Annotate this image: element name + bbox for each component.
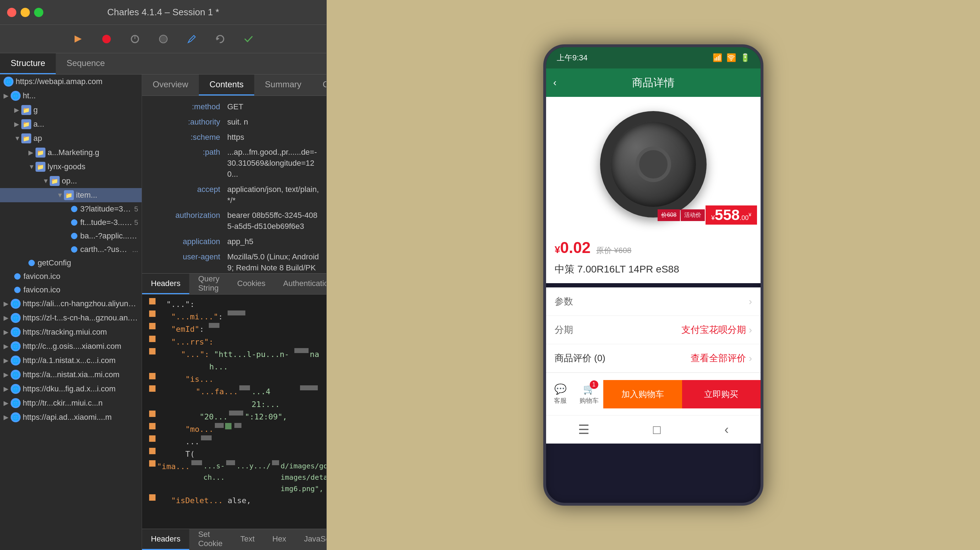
header-user-agent: user-agent Mozilla/5.0 (Linux; Android 9… [142, 249, 326, 273]
sidebar-item-cgosis[interactable]: ▶ 🌐 http://c...g.osis....xiaomi.com [0, 339, 142, 353]
pencil-tool-button[interactable] [183, 30, 200, 48]
refresh-button[interactable] [211, 30, 229, 48]
sidebar-item-cart[interactable]: carth...-?user...3985&applic...ion=... .… [0, 243, 142, 256]
sidebar-item-3lat[interactable]: 3?latitude=30.310...ngtitude=12 5 [0, 202, 142, 216]
json-value: ... [185, 435, 200, 448]
expand-arrow[interactable]: ▶ [3, 371, 11, 379]
sidebar-item-label: https://webapi.amap.com [16, 77, 138, 86]
tab-resp-headers[interactable]: Headers [142, 529, 189, 550]
sidebar-item-a1-nistat[interactable]: ▶ 🌐 http://a.1.nistat.x...c...i.com [0, 353, 142, 368]
sidebar-item-a[interactable]: ▶ 📁 a... [0, 117, 142, 131]
tab-query-string[interactable]: Query String [189, 274, 228, 294]
sidebar-item-label: ht... [23, 91, 138, 100]
tab-sequence[interactable]: Sequence [56, 53, 115, 74]
home-nav-icon[interactable]: □ [653, 422, 661, 437]
json-key: "isDelet... [171, 494, 223, 507]
expand-arrow[interactable]: ▶ [3, 399, 11, 407]
json-line: "emId" : [149, 323, 319, 335]
sidebar-item-tr-ckir[interactable]: ▶ 🌐 http://tr...ckir...miui.c...n [0, 396, 142, 410]
check-button[interactable] [240, 30, 258, 48]
cart-action[interactable]: 🛒 1 购物车 [575, 383, 604, 405]
tab-cookies[interactable]: Cookies [228, 274, 274, 294]
expand-arrow[interactable]: ▼ [14, 135, 21, 142]
minimize-button[interactable] [21, 8, 30, 17]
reviews-label: 商品评价 (0) [555, 352, 605, 365]
close-button[interactable] [7, 8, 16, 17]
back-button[interactable]: ‹ [553, 77, 557, 88]
expand-arrow[interactable]: ▶ [3, 328, 11, 336]
tab-authentication[interactable]: Authentication [274, 274, 326, 294]
svg-marker-0 [75, 35, 82, 43]
tab-text[interactable]: Text [232, 529, 264, 550]
tab-set-cookie[interactable]: Set Cookie [189, 529, 231, 550]
sidebar-item-lynxgoods[interactable]: ▼ 📁 lynx-goods [0, 160, 142, 174]
sidebar-item-a-nistat-xia[interactable]: ▶ 🌐 https://a...nistat.xia...mi.com [0, 368, 142, 382]
json-line: "...mi..." : [149, 311, 319, 323]
sidebar-item-api-xiaomi[interactable]: ▶ 🌐 https://api.ad...xiaomi....m [0, 410, 142, 425]
tab-structure[interactable]: Structure [0, 53, 56, 74]
globe-icon: 🌐 [11, 412, 21, 422]
expand-arrow[interactable]: ▶ [29, 149, 35, 157]
tab-contents[interactable]: Contents [199, 74, 254, 95]
arrow-tool-button[interactable] [69, 30, 87, 48]
installment-row[interactable]: 分期 支付宝花呗分期 › [546, 316, 760, 344]
tab-hex[interactable]: Hex [264, 529, 295, 550]
sidebar-item-g[interactable]: ▶ 📁 g [0, 103, 142, 117]
breakpoint-button[interactable] [154, 30, 172, 48]
record-button[interactable] [98, 30, 115, 48]
sidebar-item-webapi-amap[interactable]: 🌐 https://webapi.amap.com [0, 74, 142, 89]
expand-arrow[interactable]: ▶ [3, 385, 11, 393]
sidebar-item-tracking-miui[interactable]: ▶ 🌐 https://tracking.miui.com [0, 325, 142, 339]
sidebar-item-ap[interactable]: ▼ 📁 ap [0, 131, 142, 146]
sidebar-item-bar[interactable]: ba...-?applic...tion=app_h5 [0, 229, 142, 243]
expand-arrow[interactable]: ▶ [3, 357, 11, 365]
tab-chart[interactable]: Chart [312, 74, 326, 95]
tab-headers[interactable]: Headers [142, 274, 189, 294]
json-bracket: "...": [157, 298, 194, 311]
expand-arrow[interactable]: ▼ [29, 163, 35, 171]
add-to-cart-button[interactable]: 加入购物车 [603, 380, 682, 409]
service-action[interactable]: 💬 客服 [546, 383, 575, 405]
header-name-path: :path [149, 147, 227, 179]
expand-arrow[interactable]: ▶ [3, 92, 11, 100]
sidebar-item-label: https://a...nistat.xia...mi.com [23, 370, 138, 379]
sidebar-item-favicon2[interactable]: favicon.ico [0, 283, 142, 296]
params-row[interactable]: 参数 › [546, 287, 760, 316]
sidebar-item-op[interactable]: ▼ 📁 op... [0, 174, 142, 188]
expand-arrow[interactable]: ▼ [43, 178, 50, 185]
header-value-application: app_h5 [227, 236, 319, 247]
reviews-row[interactable]: 商品评价 (0) 查看全部评价 › [546, 344, 760, 372]
tab-summary[interactable]: Summary [254, 74, 312, 95]
sidebar-item-zl-tracking[interactable]: ▶ 🌐 https://zl-t...s-cn-ha...gznou.an...… [0, 311, 142, 325]
json-redacted [228, 311, 245, 315]
price-yen-symbol: ¥ [711, 214, 715, 222]
expand-arrow[interactable]: ▼ [57, 192, 64, 199]
sidebar-item-marketing[interactable]: ▶ 📁 a...Marketing.g [0, 146, 142, 160]
menu-nav-icon[interactable]: ☰ [578, 422, 589, 437]
expand-arrow[interactable]: ▶ [3, 414, 11, 421]
sidebar-item-ali-hangzhou[interactable]: ▶ 🌐 https://ali...cn-hangzhou.aliyuncs.c… [0, 296, 142, 311]
status-dot [29, 260, 35, 266]
expand-arrow[interactable]: ▶ [14, 106, 21, 114]
tab-overview[interactable]: Overview [142, 74, 199, 95]
expand-arrow[interactable]: ▶ [3, 314, 11, 322]
expand-arrow[interactable]: ▶ [14, 120, 21, 128]
expand-arrow[interactable]: ▶ [3, 342, 11, 350]
back-nav-icon[interactable]: ‹ [724, 422, 729, 437]
sidebar-item-label: favicon.ico [24, 272, 138, 281]
sidebar-item-ht[interactable]: ▶ 🌐 ht... [0, 89, 142, 103]
sidebar-item-item[interactable]: ▼ 📁 item... [0, 188, 142, 202]
original-price: 原价 ¥608 [596, 245, 631, 256]
sidebar-item-favicon1[interactable]: favicon.ico [0, 269, 142, 283]
buy-now-button[interactable]: 立即购买 [682, 380, 760, 409]
sidebar-item-dku-figad[interactable]: ▶ 🌐 https://dku...fig.ad.x...i.com [0, 382, 142, 396]
cart-badge-container: 🛒 1 [583, 383, 595, 395]
expand-arrow[interactable]: ▶ [3, 300, 11, 307]
tab-javascript[interactable]: JavaScript [295, 529, 326, 550]
header-name-scheme: :scheme [149, 132, 227, 143]
json-line: "is... [149, 373, 319, 385]
throttle-button[interactable] [126, 30, 144, 48]
maximize-button[interactable] [34, 8, 43, 17]
sidebar-item-getconfig[interactable]: getConfig [0, 256, 142, 269]
sidebar-item-ft[interactable]: ft...tude=-3...310569&longitu=12 5 [0, 216, 142, 229]
